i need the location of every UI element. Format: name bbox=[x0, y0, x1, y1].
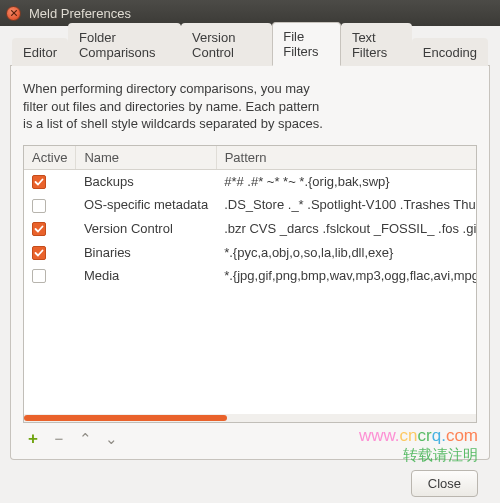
filter-pattern-cell[interactable]: *.{pyc,a,obj,o,so,la,lib,dll,exe} bbox=[216, 240, 477, 264]
tab-file-filters[interactable]: File Filters bbox=[272, 22, 341, 66]
remove-filter-button[interactable]: − bbox=[49, 429, 69, 449]
tab-version-control[interactable]: Version Control bbox=[181, 23, 272, 66]
filter-name-cell[interactable]: Binaries bbox=[76, 240, 216, 264]
filters-table[interactable]: Active Name Pattern Backups#*# .#* ~* *~… bbox=[24, 146, 477, 288]
column-header-active[interactable]: Active bbox=[24, 146, 76, 170]
column-header-pattern[interactable]: Pattern bbox=[216, 146, 477, 170]
active-checkbox[interactable] bbox=[32, 199, 46, 213]
tab-text-filters[interactable]: Text Filters bbox=[341, 23, 412, 66]
window-close-button[interactable] bbox=[6, 6, 21, 21]
file-filters-pane: When performing directory comparisons, y… bbox=[10, 66, 490, 460]
active-checkbox[interactable] bbox=[32, 175, 46, 189]
close-button[interactable]: Close bbox=[411, 470, 478, 497]
active-checkbox[interactable] bbox=[32, 246, 46, 260]
window-title: Meld Preferences bbox=[29, 6, 131, 21]
add-filter-button[interactable]: + bbox=[23, 429, 43, 449]
filter-name-cell[interactable]: Media bbox=[76, 264, 216, 288]
filter-name-cell[interactable]: Version Control bbox=[76, 217, 216, 241]
filters-table-container: Active Name Pattern Backups#*# .#* ~* *~… bbox=[23, 145, 477, 423]
table-row[interactable]: Version Control.bzr CVS _darcs .fslckout… bbox=[24, 217, 477, 241]
filter-pattern-cell[interactable]: .bzr CVS _darcs .fslckout _FOSSIL_ .fos … bbox=[216, 217, 477, 241]
tab-folder-comparisons[interactable]: Folder Comparisons bbox=[68, 23, 181, 66]
filter-name-cell[interactable]: Backups bbox=[76, 169, 216, 193]
horizontal-scrollbar[interactable] bbox=[24, 414, 476, 422]
move-down-button[interactable]: ⌄ bbox=[101, 429, 121, 449]
filters-toolbar: + − ⌃ ⌄ bbox=[23, 423, 477, 449]
scrollbar-thumb[interactable] bbox=[24, 415, 227, 421]
description-text: When performing directory comparisons, y… bbox=[23, 80, 477, 133]
tab-encoding[interactable]: Encoding bbox=[412, 38, 488, 66]
table-row[interactable]: OS-specific metadata.DS_Store ._* .Spotl… bbox=[24, 193, 477, 217]
table-row[interactable]: Binaries*.{pyc,a,obj,o,so,la,lib,dll,exe… bbox=[24, 240, 477, 264]
filter-pattern-cell[interactable]: #*# .#* ~* *~ *.{orig,bak,swp} bbox=[216, 169, 477, 193]
dialog-footer: Close bbox=[10, 460, 490, 497]
active-checkbox[interactable] bbox=[32, 222, 46, 236]
tab-editor[interactable]: Editor bbox=[12, 38, 68, 66]
move-up-button[interactable]: ⌃ bbox=[75, 429, 95, 449]
filter-pattern-cell[interactable]: .DS_Store ._* .Spotlight-V100 .Trashes T… bbox=[216, 193, 477, 217]
table-row[interactable]: Media*.{jpg,gif,png,bmp,wav,mp3,ogg,flac… bbox=[24, 264, 477, 288]
active-checkbox[interactable] bbox=[32, 269, 46, 283]
filter-pattern-cell[interactable]: *.{jpg,gif,png,bmp,wav,mp3,ogg,flac,avi,… bbox=[216, 264, 477, 288]
tabbar: Editor Folder Comparisons Version Contro… bbox=[10, 36, 490, 66]
column-header-name[interactable]: Name bbox=[76, 146, 216, 170]
filter-name-cell[interactable]: OS-specific metadata bbox=[76, 193, 216, 217]
table-row[interactable]: Backups#*# .#* ~* *~ *.{orig,bak,swp} bbox=[24, 169, 477, 193]
